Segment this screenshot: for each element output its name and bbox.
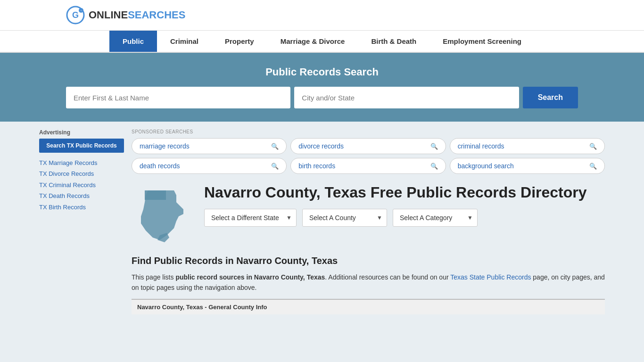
sidebar-link-criminal[interactable]: TX Criminal Records (39, 180, 124, 190)
find-section: Find Public Records in Navarro County, T… (132, 255, 605, 314)
county-title: Navarro County, Texas Free Public Record… (204, 183, 587, 201)
find-title: Find Public Records in Navarro County, T… (132, 255, 605, 266)
category-dropdown[interactable]: Select A Category (393, 209, 478, 227)
sidebar-link-marriage[interactable]: TX Marriage Records (39, 157, 124, 168)
desc-part2: . Additional resources can be found on o… (325, 273, 450, 281)
tag-marriage-records[interactable]: marriage records 🔍 (132, 138, 287, 154)
svg-text:→: → (80, 9, 83, 12)
sidebar-link-birth[interactable]: TX Birth Records (39, 202, 124, 213)
main-nav: Public Criminal Property Marriage & Divo… (0, 31, 644, 53)
location-input[interactable] (294, 87, 519, 108)
desc-bold: public record sources in Navarro County,… (175, 273, 325, 281)
county-section: Navarro County, Texas Free Public Record… (132, 183, 605, 246)
county-info-bar: Navarro County, Texas - General County I… (132, 299, 605, 314)
search-icon: 🔍 (271, 163, 279, 170)
category-dropdown-wrapper: Select A Category ▼ (393, 209, 478, 227)
sidebar: Advertising Search TX Public Records TX … (39, 122, 124, 322)
hero-title: Public Records Search (66, 66, 578, 78)
tag-background-search[interactable]: background search 🔍 (450, 158, 605, 174)
texas-records-link[interactable]: Texas State Public Records (450, 273, 531, 281)
sidebar-link-death[interactable]: TX Death Records (39, 190, 124, 201)
nav-item-public[interactable]: Public (109, 31, 157, 52)
tag-label: criminal records (458, 142, 504, 150)
sidebar-ad-label: Advertising (39, 129, 124, 136)
tag-death-records[interactable]: death records 🔍 (132, 158, 287, 174)
name-input[interactable] (66, 87, 290, 108)
search-bar: Search (66, 87, 578, 108)
tag-criminal-records[interactable]: criminal records 🔍 (450, 138, 605, 154)
texas-map-icon (132, 183, 193, 245)
tag-label: marriage records (140, 142, 190, 150)
search-button[interactable]: Search (523, 87, 578, 108)
tag-label: birth records (298, 162, 335, 170)
main-content: Advertising Search TX Public Records TX … (30, 122, 614, 322)
sidebar-ad-button[interactable]: Search TX Public Records (39, 139, 124, 153)
search-icon: 🔍 (589, 143, 597, 150)
nav-item-marriage-divorce[interactable]: Marriage & Divorce (267, 31, 358, 52)
search-icon: 🔍 (271, 143, 279, 150)
tag-label: divorce records (298, 142, 344, 150)
hero-section: Public Records Search Search (0, 53, 644, 122)
search-icon: 🔍 (430, 143, 438, 150)
content-area: SPONSORED SEARCHES marriage records 🔍 di… (132, 122, 605, 322)
tag-birth-records[interactable]: birth records 🔍 (290, 158, 446, 174)
nav-item-property[interactable]: Property (212, 31, 267, 52)
tag-divorce-records[interactable]: divorce records 🔍 (290, 138, 446, 154)
county-info: Navarro County, Texas Free Public Record… (204, 183, 587, 227)
find-description: This page lists public record sources in… (132, 272, 605, 293)
svg-text:G: G (72, 10, 79, 20)
search-tags: marriage records 🔍 divorce records 🔍 cri… (132, 138, 605, 174)
logo[interactable]: G → ONLINESEARCHES (66, 6, 185, 25)
nav-item-birth-death[interactable]: Birth & Death (358, 31, 429, 52)
logo-icon: G → (66, 6, 85, 25)
desc-part1: This page lists (132, 273, 175, 281)
tag-label: death records (140, 162, 180, 170)
dropdowns: Select a Different State ▼ Select A Coun… (204, 209, 587, 227)
sidebar-link-divorce[interactable]: TX Divorce Records (39, 168, 124, 179)
county-dropdown-wrapper: Select A County ▼ (302, 209, 387, 227)
search-icon: 🔍 (589, 163, 597, 170)
search-icon: 🔍 (430, 163, 438, 170)
sponsored-label: SPONSORED SEARCHES (132, 129, 605, 134)
state-dropdown[interactable]: Select a Different State (204, 209, 297, 227)
nav-item-employment[interactable]: Employment Screening (429, 31, 535, 52)
county-dropdown[interactable]: Select A County (302, 209, 387, 227)
state-image (132, 183, 193, 246)
tag-label: background search (458, 162, 514, 170)
logo-text: ONLINESEARCHES (89, 9, 185, 21)
svg-rect-5 (145, 190, 166, 200)
header: G → ONLINESEARCHES (0, 0, 644, 31)
nav-item-criminal[interactable]: Criminal (157, 31, 212, 52)
state-dropdown-wrapper: Select a Different State ▼ (204, 209, 297, 227)
sidebar-links: TX Marriage Records TX Divorce Records T… (39, 157, 124, 213)
